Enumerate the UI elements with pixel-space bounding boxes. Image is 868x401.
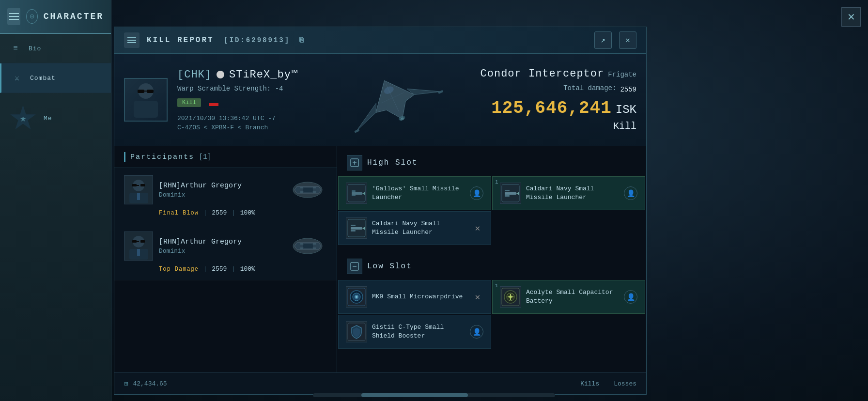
- low-slot-grid: MK9 Small Microwarpdrive ✕ 1: [337, 280, 646, 349]
- item-icon: [346, 286, 367, 308]
- svg-rect-26: [132, 240, 137, 243]
- svg-rect-33: [313, 243, 316, 245]
- svg-rect-42: [352, 190, 356, 192]
- svg-point-66: [509, 295, 512, 298]
- participant-damage: 2559: [212, 209, 227, 216]
- kill-report-close-button[interactable]: ✕: [619, 31, 636, 49]
- svg-rect-40: [352, 192, 362, 195]
- total-damage-label: Total damage:: [563, 84, 616, 92]
- slot-item: 'Gallows' Small Missile Launcher 👤: [338, 176, 491, 210]
- ship-stats: Condor Interceptor Frigate Total damage:…: [480, 68, 636, 132]
- participant-entry: [RHN]Arthur Gregory Dominix: [114, 168, 337, 224]
- high-slot-header: High Slot: [337, 151, 646, 176]
- top-damage-label: Top Damage: [159, 266, 199, 273]
- horizontal-scrollbar[interactable]: [313, 393, 555, 397]
- kill-report-panel: KILL REPORT [ID:6298913] ⎘ ↗ ✕: [114, 27, 647, 395]
- slot-item: Gistii C-Type Small Shield Booster 👤: [338, 315, 491, 349]
- svg-rect-3: [147, 90, 154, 93]
- high-slot-section: High Slot: [337, 146, 646, 250]
- svg-rect-4: [144, 91, 147, 92]
- kill-type-label: Kill: [613, 121, 636, 132]
- slot-item-name: 'Gallows' Small Missile Launcher: [372, 185, 465, 202]
- low-slot-icon: [347, 259, 362, 274]
- participants-count: [1]: [199, 153, 212, 161]
- losses-label: Losses: [614, 380, 636, 387]
- slot-item: 1: [492, 280, 645, 314]
- isk-label: ISK: [616, 103, 636, 116]
- participant-ship-icon: [288, 234, 327, 258]
- item-icon: [500, 286, 521, 308]
- total-damage-value: 2559: [620, 86, 636, 93]
- high-slot-icon: [347, 155, 362, 170]
- svg-rect-35: [313, 247, 316, 249]
- kill-location: C-4ZOS < XPBM-F < Branch: [177, 124, 306, 131]
- participant-avatar: [124, 231, 153, 261]
- combat-icon: ⚔: [11, 72, 23, 84]
- svg-rect-2: [138, 90, 144, 93]
- sidebar-item-bio[interactable]: ≡ Bio: [0, 34, 111, 63]
- svg-rect-48: [505, 195, 510, 197]
- bio-icon: ≡: [10, 43, 21, 54]
- svg-rect-47: [505, 190, 510, 191]
- kill-report-export-button[interactable]: ↗: [594, 31, 612, 49]
- bottom-stat-value: 42,434.65: [133, 380, 167, 387]
- app-close-button[interactable]: ✕: [841, 7, 861, 27]
- svg-rect-15: [140, 184, 145, 186]
- kr-menu-button[interactable]: [124, 32, 140, 48]
- svg-rect-22: [300, 191, 303, 193]
- sidebar-item-label: Bio: [29, 45, 41, 52]
- bottom-icon: ⊞: [124, 380, 128, 388]
- slot-item: MK9 Small Microwarpdrive ✕: [338, 280, 491, 314]
- item-icon: [346, 183, 367, 204]
- svg-rect-52: [351, 225, 356, 226]
- participant-ship: Dominix: [159, 191, 242, 199]
- sidebar-item-combat[interactable]: ⚔ Combat: [0, 63, 111, 93]
- low-slot-header: Low Slot: [337, 255, 646, 280]
- item-icon: [346, 321, 367, 342]
- slot-item: Caldari Navy Small Missile Launcher ✕: [338, 211, 491, 245]
- alliance-dot: [217, 71, 224, 78]
- low-slot-title: Low Slot: [367, 262, 412, 271]
- participants-header: Participants [1]: [114, 146, 337, 168]
- participant-ship-icon: [288, 178, 327, 202]
- sidebar-item-label: Me: [44, 115, 52, 122]
- slot-item-fit-button[interactable]: 👤: [624, 290, 637, 304]
- slot-item-fit-button[interactable]: 👤: [624, 186, 637, 200]
- participant-name: [RHN]Arthur Gregory: [159, 182, 242, 190]
- svg-rect-28: [137, 241, 139, 242]
- slot-item: 1 Caldari Navy Small Missile Launcher: [492, 176, 645, 210]
- slot-item-remove-button[interactable]: ✕: [472, 222, 483, 234]
- participant-entry: [RHN]Arthur Gregory Dominix: [114, 224, 337, 280]
- kill-date: 2021/10/30 13:36:42 UTC -7: [177, 115, 306, 122]
- slot-item-fit-button[interactable]: 👤: [470, 325, 483, 339]
- slot-item-name: Gistii C-Type Small Shield Booster: [372, 323, 465, 340]
- slot-item-name: Caldari Navy Small Missile Launcher: [526, 185, 619, 202]
- slot-item-remove-button[interactable]: ✕: [472, 291, 483, 303]
- ship-image: [316, 63, 471, 136]
- svg-rect-9: [438, 90, 443, 94]
- svg-rect-19: [303, 188, 313, 192]
- svg-rect-14: [132, 184, 137, 186]
- high-slot-grid: 'Gallows' Small Missile Launcher 👤 1: [337, 176, 646, 245]
- sidebar-header: ⊙ CHARACTER: [0, 0, 111, 34]
- bottom-bar: ⊞ 42,434.65 Kills Losses: [114, 372, 646, 394]
- pilot-avatar: [124, 78, 168, 122]
- sidebar-menu-button[interactable]: [7, 8, 20, 25]
- scrollbar-thumb: [361, 393, 468, 397]
- svg-rect-34: [300, 247, 303, 249]
- svg-rect-31: [303, 244, 313, 248]
- slot-item-name: Caldari Navy Small Missile Launcher: [372, 219, 467, 237]
- svg-rect-43: [352, 195, 356, 196]
- sidebar-item-me[interactable]: ★ Me: [0, 93, 111, 144]
- svg-rect-17: [137, 193, 140, 200]
- kill-report-title: KILL REPORT [ID:6298913] ⎘: [147, 36, 587, 45]
- kill-report-header: KILL REPORT [ID:6298913] ⎘ ↗ ✕: [114, 27, 646, 54]
- security-bar: [209, 103, 218, 106]
- svg-rect-50: [351, 227, 362, 230]
- pilot-name: STiReX_by™: [229, 69, 298, 81]
- slot-item-name: MK9 Small Microwarpdrive: [372, 293, 467, 301]
- final-blow-label: Final Blow: [159, 210, 199, 216]
- app-title: CHARACTER: [44, 12, 104, 21]
- slot-item-fit-button[interactable]: 👤: [470, 186, 483, 200]
- isk-amount: 125,646,241: [491, 98, 612, 118]
